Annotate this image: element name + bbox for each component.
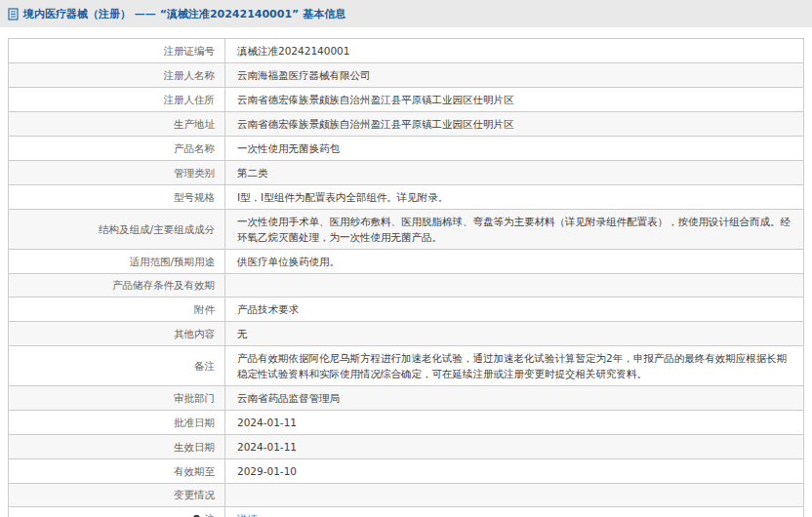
- row-value-cell: 云南海福盈医疗器械有限公司: [225, 63, 803, 87]
- table-row: 注 详情: [9, 506, 803, 517]
- row-value-cell: 云南省药品监督管理局: [225, 386, 803, 410]
- row-value-cell: 详情: [225, 507, 803, 517]
- row-value: 供医疗单位换药使用。: [237, 254, 340, 269]
- row-value: Ⅰ型，Ⅰ型组件为配置表内全部组件。详见附录。: [237, 189, 448, 205]
- row-label: 批准日期: [174, 416, 215, 430]
- table-row: 有效期至 2029-01-10: [9, 458, 803, 483]
- table-row: 产品名称 一次性使用无菌换药包: [9, 136, 803, 160]
- row-value-cell: 无: [225, 322, 803, 345]
- row-label-cell: 注册证编号: [9, 39, 225, 62]
- row-label: 注: [205, 512, 216, 517]
- row-value: 第二类: [237, 165, 268, 180]
- row-value-cell: 2024-01-11: [225, 411, 803, 434]
- row-label-cell: 有效期至: [9, 459, 225, 483]
- row-value: 云南省德宏傣族景颇族自治州盈江县平原镇工业园区仕明片区: [237, 116, 514, 132]
- row-label-cell: 生效日期: [9, 435, 225, 458]
- row-label: 注册人名称: [164, 68, 216, 83]
- row-label: 生效日期: [174, 440, 215, 455]
- table-row: 生效日期 2024-01-11: [9, 434, 803, 458]
- row-value-cell: 一次性使用手术单、医用纱布敷料、医用脱脂棉球、弯盘等为主要材料（详见附录组件配置…: [225, 210, 803, 249]
- row-value-cell: 产品有效期依据阿伦尼乌斯方程进行加速老化试验，通过加速老化试验计算暂定为2年，申…: [225, 346, 803, 385]
- row-label-cell: 结构及组成/主要组成成分: [9, 210, 225, 249]
- row-label: 产品储存条件及有效期: [112, 278, 215, 293]
- row-value: 一次性使用手术单、医用纱布敷料、医用脱脂棉球、弯盘等为主要材料（详见附录组件配置…: [237, 214, 793, 245]
- page-header: 境内医疗器械（注册） —— “滇械注准20242140001” 基本信息: [0, 0, 812, 27]
- table-row: 其他内容 无: [9, 321, 803, 345]
- table-row: 审批部门 云南省药品监督管理局: [9, 385, 803, 410]
- table-row: 产品储存条件及有效期: [9, 273, 803, 297]
- row-value-cell: 第二类: [225, 161, 803, 184]
- row-value-cell: 2024-01-11: [225, 435, 803, 458]
- table-row: 注册人住所 云南省德宏傣族景颇族自治州盈江县平原镇工业园区仕明片区: [9, 87, 803, 111]
- row-value: 云南省药品监督管理局: [237, 390, 340, 406]
- row-value: 2024-01-11: [237, 415, 297, 430]
- row-label-cell: 附件: [9, 298, 225, 321]
- row-label: 适用范围/预期用途: [129, 255, 215, 269]
- row-value: 一次性使用无菌换药包: [237, 140, 340, 156]
- row-value-cell: 一次性使用无菌换药包: [225, 137, 803, 160]
- row-label: 结构及组成/主要组成成分: [99, 222, 215, 237]
- table-row: 型号规格 Ⅰ型，Ⅰ型组件为配置表内全部组件。详见附录。: [9, 184, 803, 209]
- row-label: 注册证编号: [164, 44, 216, 59]
- row-label-cell: 审批部门: [9, 386, 225, 410]
- row-value-cell: [225, 274, 803, 297]
- row-value-cell: 产品技术要求: [225, 298, 803, 321]
- table-row: 适用范围/预期用途 供医疗单位换药使用。: [9, 249, 803, 273]
- row-label-cell: 其他内容: [9, 322, 225, 345]
- row-label-cell: 产品名称: [9, 137, 225, 160]
- row-value-cell: 供医疗单位换药使用。: [225, 250, 803, 273]
- table-row: 管理类别 第二类: [9, 160, 803, 184]
- row-label: 备注: [194, 359, 215, 374]
- row-label: 产品名称: [174, 141, 215, 156]
- row-value-cell: 云南省德宏傣族景颇族自治州盈江县平原镇工业园区仕明片区: [225, 112, 803, 136]
- page-title: 境内医疗器械（注册） —— “滇械注准20242140001” 基本信息: [23, 7, 345, 21]
- registration-info-table: 注册证编号 滇械注准20242140001 注册人名称 云南海福盈医疗器械有限公…: [8, 38, 804, 517]
- document-icon: [8, 8, 19, 20]
- row-label: 其他内容: [174, 327, 215, 341]
- row-value-cell: 2029-01-10: [225, 459, 803, 483]
- row-value: 滇械注准20242140001: [237, 43, 350, 59]
- row-label-cell: 备注: [9, 346, 225, 385]
- row-label-cell: 型号规格: [9, 185, 225, 209]
- table-row: 备注 产品有效期依据阿伦尼乌斯方程进行加速老化试验，通过加速老化试验计算暂定为2…: [9, 345, 803, 385]
- row-label: 审批部门: [174, 391, 215, 406]
- row-label-cell: 注册人住所: [9, 88, 225, 111]
- row-value: 2029-01-10: [237, 463, 297, 479]
- table-row: 注册人名称 云南海福盈医疗器械有限公司: [9, 62, 803, 87]
- row-label: 生产地址: [174, 117, 215, 132]
- row-label-cell: 注册人名称: [9, 63, 225, 87]
- row-value-cell: Ⅰ型，Ⅰ型组件为配置表内全部组件。详见附录。: [225, 185, 803, 209]
- row-value-cell: [225, 484, 803, 506]
- row-label-cell: 管理类别: [9, 161, 225, 184]
- row-value: 云南海福盈医疗器械有限公司: [237, 67, 371, 83]
- row-label: 附件: [194, 302, 215, 317]
- table-row: 变更情况: [9, 483, 803, 506]
- row-value: 产品有效期依据阿伦尼乌斯方程进行加速老化试验，通过加速老化试验计算暂定为2年，申…: [237, 350, 793, 381]
- row-label-cell: 适用范围/预期用途: [9, 250, 225, 273]
- row-label-cell: 注: [9, 507, 225, 517]
- table-row: 注册证编号 滇械注准20242140001: [9, 39, 803, 62]
- note-icon: [192, 514, 202, 517]
- row-value-cell: 云南省德宏傣族景颇族自治州盈江县平原镇工业园区仕明片区: [225, 88, 803, 111]
- row-label: 变更情况: [174, 488, 215, 502]
- page: 境内医疗器械（注册） —— “滇械注准20242140001” 基本信息 注册证…: [0, 0, 812, 517]
- table-row: 附件 产品技术要求: [9, 297, 803, 321]
- row-label: 注册人住所: [164, 93, 216, 107]
- row-value: 云南省德宏傣族景颇族自治州盈江县平原镇工业园区仕明片区: [237, 92, 514, 107]
- row-label-cell: 产品储存条件及有效期: [9, 274, 225, 297]
- row-label-cell: 变更情况: [9, 484, 225, 506]
- row-value: 无: [237, 326, 248, 341]
- row-label: 型号规格: [174, 190, 215, 205]
- details-link[interactable]: 详情: [237, 511, 258, 517]
- table-row: 生产地址 云南省德宏傣族景颇族自治州盈江县平原镇工业园区仕明片区: [9, 111, 803, 136]
- row-label-cell: 批准日期: [9, 411, 225, 434]
- table-row: 结构及组成/主要组成成分 一次性使用手术单、医用纱布敷料、医用脱脂棉球、弯盘等为…: [9, 209, 803, 249]
- table-row: 批准日期 2024-01-11: [9, 410, 803, 434]
- row-label: 管理类别: [174, 166, 215, 180]
- row-value: 产品技术要求: [237, 301, 299, 317]
- row-label: 有效期至: [174, 464, 215, 479]
- row-value: 2024-01-11: [237, 439, 297, 455]
- row-value-cell: 滇械注准20242140001: [225, 39, 803, 62]
- row-label-cell: 生产地址: [9, 112, 225, 136]
